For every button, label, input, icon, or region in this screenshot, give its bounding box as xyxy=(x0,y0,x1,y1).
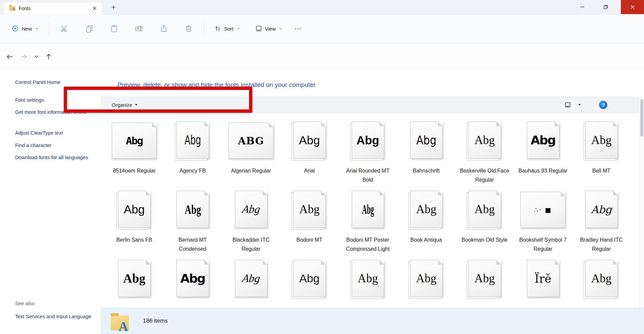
font-tile[interactable]: Abg xyxy=(280,258,339,304)
toolbar-divider xyxy=(204,22,204,35)
font-file-icon: Abg xyxy=(177,260,209,297)
up-arrow-icon xyxy=(45,53,53,61)
font-tile-arial-rounded[interactable]: Abg Arial Rounded MT Bold xyxy=(339,120,397,184)
sidebar-link-font-settings[interactable]: Font settings xyxy=(15,96,92,104)
font-tile[interactable]: Abg xyxy=(397,258,455,304)
font-name-label: Arial xyxy=(284,166,335,175)
sidebar-link-get-more-font-info[interactable]: Get more font information online xyxy=(15,108,92,116)
delete-button[interactable] xyxy=(181,21,196,36)
views-caret-icon[interactable] xyxy=(578,104,581,106)
back-arrow-icon xyxy=(6,53,14,61)
font-tile-bodoni-poster[interactable]: Abg Bodoni MT Poster Compressed Light xyxy=(339,189,397,253)
font-file-icon: Abg xyxy=(410,122,443,159)
font-tile-bradley-hand[interactable]: Abg Bradley Hand ITC Regular xyxy=(572,189,631,253)
font-file-icon: Abg xyxy=(585,260,618,297)
font-name-label: Bookman Old Style xyxy=(459,235,510,244)
sidebar-link-control-panel-home[interactable]: Control Panel Home xyxy=(15,78,92,86)
font-tile[interactable]: Abg xyxy=(105,258,163,304)
font-file-icon: Abg xyxy=(118,260,151,297)
font-name-label: Baskerville Old Face Regular xyxy=(459,166,510,184)
font-preview-glyph: Abg xyxy=(182,122,204,158)
font-file-icon: ABG xyxy=(229,123,274,159)
font-tile[interactable]: Abg xyxy=(572,258,631,304)
new-button[interactable]: New xyxy=(7,22,43,35)
views-icon xyxy=(564,101,571,108)
new-tab-button[interactable]: + xyxy=(109,3,118,12)
explorer-tab-fonts[interactable]: A Fonts ✕ xyxy=(3,2,103,14)
font-tile-bernard-mt[interactable]: Abg Bernard MT Condensed xyxy=(163,189,222,253)
font-preview-glyph: ABG xyxy=(229,123,273,158)
font-name-label: Agency FB xyxy=(167,166,218,175)
font-tile-bell-mt[interactable]: Abg Bell MT xyxy=(572,120,631,184)
organize-button[interactable]: Organize xyxy=(109,100,140,110)
back-button[interactable] xyxy=(5,52,15,62)
font-preview-glyph: Abg xyxy=(469,122,501,158)
sidebar-link-adjust-cleartype[interactable]: Adjust ClearType text xyxy=(15,129,92,137)
restore-button[interactable] xyxy=(598,0,613,14)
up-button[interactable] xyxy=(44,52,54,62)
view-button[interactable]: View xyxy=(251,22,287,35)
font-tile-bookshelf-symbol[interactable]: ∴· ■ Bookshelf Symbol 7 Regular xyxy=(514,189,572,253)
font-name-label: Blackadder ITC Regular xyxy=(226,235,276,253)
copy-button[interactable] xyxy=(82,21,97,36)
tab-close-icon[interactable]: ✕ xyxy=(91,5,98,12)
recent-locations-button[interactable] xyxy=(32,52,42,62)
scrollbar-thumb[interactable] xyxy=(640,99,643,137)
font-file-icon: Abg xyxy=(112,123,157,159)
fonts-content-area: Preview, delete, or show and hide the fo… xyxy=(101,70,644,334)
fonts-folder-icon-large: A xyxy=(111,316,129,330)
sort-button[interactable]: Sort xyxy=(210,22,244,35)
font-file-icon: Abg xyxy=(293,191,326,228)
font-tile-bodoni-mt[interactable]: Abg Bodoni MT xyxy=(280,189,339,253)
paste-button[interactable] xyxy=(106,21,122,36)
font-tile-berlin-sans[interactable]: Abg Berlin Sans FB xyxy=(105,189,163,253)
minimize-button[interactable] xyxy=(575,0,590,14)
font-tile[interactable]: Abg xyxy=(339,258,397,304)
font-tile-algerian[interactable]: ABG Algerian Regular xyxy=(222,120,280,184)
font-tile-baskerville[interactable]: Abg Baskerville Old Face Regular xyxy=(455,120,514,184)
views-toggle-button[interactable] xyxy=(562,100,574,110)
font-tile[interactable]: Abg xyxy=(222,258,280,304)
control-panel-sidebar: Control Panel Home Font settings Get mor… xyxy=(0,70,101,334)
font-preview-glyph: Abg xyxy=(294,260,326,297)
font-tile-bookman[interactable]: Abg Bookman Old Style xyxy=(455,189,514,253)
font-tile-book-antiqua[interactable]: Abg Book Antiqua xyxy=(397,189,455,253)
help-button[interactable]: ? xyxy=(599,101,607,109)
status-bar: A 186 items xyxy=(101,308,644,334)
font-tile[interactable]: Abg xyxy=(163,258,222,304)
font-tile-8514oem[interactable]: Abg 8514oem Regular xyxy=(105,120,163,184)
sidebar-link-text-services[interactable]: Text Services and Input Language xyxy=(15,312,92,321)
sidebar-link-find-character[interactable]: Find a character xyxy=(15,141,92,149)
font-name-label: Bell MT xyxy=(576,166,627,175)
font-name-label: Book Antiqua xyxy=(401,235,451,244)
font-tile-bahnschrift[interactable]: Abg Bahnschrift xyxy=(397,120,455,184)
font-preview-glyph: Abg xyxy=(469,260,501,297)
font-preview-glyph: Ïrě xyxy=(527,260,559,297)
vertical-scrollbar[interactable] xyxy=(639,96,644,308)
close-button[interactable] xyxy=(621,0,644,14)
more-options-button[interactable]: ⋯ xyxy=(290,25,307,33)
font-tile-arial[interactable]: Abg Arial xyxy=(280,120,339,184)
font-file-icon: Abg xyxy=(235,260,267,297)
font-tile[interactable]: Abg xyxy=(455,258,514,304)
navigation-bar: A › This PC › Windows-SSD (C:) › Windows… xyxy=(0,43,644,70)
font-preview-glyph: Abg xyxy=(360,191,376,228)
font-tile-bauhaus-93[interactable]: Abg Bauhaus 93 Regular xyxy=(514,120,572,184)
font-file-icon: Abg xyxy=(352,260,384,297)
font-preview-glyph: Abg xyxy=(294,191,326,228)
title-bar: A Fonts ✕ + xyxy=(0,0,644,14)
rename-button[interactable] xyxy=(131,21,147,36)
font-name-label: Bradley Hand ITC Regular xyxy=(576,235,627,253)
rename-icon xyxy=(135,24,143,33)
font-tile[interactable]: Ïrě xyxy=(514,258,572,304)
font-preview-glyph: Abg xyxy=(410,260,442,297)
cut-button[interactable] xyxy=(57,21,72,36)
forward-button[interactable] xyxy=(19,52,29,62)
share-button[interactable] xyxy=(156,21,171,36)
organize-button-label: Organize xyxy=(112,102,132,108)
font-file-icon: Ïrě xyxy=(527,260,559,297)
font-file-icon: Abg xyxy=(527,122,559,159)
font-tile-blackadder[interactable]: Abg Blackadder ITC Regular xyxy=(222,189,280,253)
sidebar-link-download-fonts[interactable]: Download fonts for all languages xyxy=(15,153,92,161)
font-tile-agency-fb[interactable]: Abg Agency FB xyxy=(163,120,222,184)
